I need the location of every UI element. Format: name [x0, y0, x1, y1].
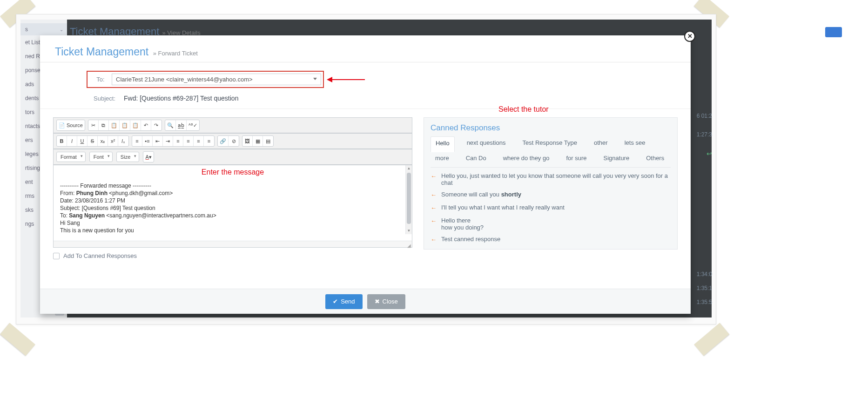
- bold-icon[interactable]: B: [57, 136, 67, 146]
- canned-tab[interactable]: where do they go: [498, 152, 554, 164]
- canned-response-item[interactable]: ←I'll tell you what I want what I really…: [431, 204, 671, 212]
- to-select[interactable]: ClarieTest 21June <claire_winters44@yaho…: [112, 74, 321, 85]
- send-button[interactable]: ✔ Send: [325, 294, 362, 309]
- close-icon[interactable]: ✕: [684, 31, 695, 42]
- arrow-left-icon: ←: [431, 217, 437, 225]
- link-icon[interactable]: 🔗: [218, 136, 229, 146]
- size-select[interactable]: Size: [116, 152, 139, 162]
- bullet-list-icon[interactable]: •≡: [142, 136, 153, 146]
- timestamp: 1:34:0: [697, 271, 712, 277]
- canned-responses-list: ←Hello you, just wanted to let you know …: [431, 172, 671, 244]
- check-icon: ✔: [333, 298, 338, 305]
- tape-br: [694, 323, 729, 356]
- sidebar-head[interactable]: s ⌄: [20, 23, 67, 35]
- source-label: Source: [67, 122, 83, 128]
- cut-icon[interactable]: ✂: [88, 120, 99, 130]
- canned-tab[interactable]: more: [431, 152, 454, 164]
- scroll-down-icon[interactable]: ▼: [407, 229, 411, 234]
- reply-icon[interactable]: ↩: [707, 150, 712, 157]
- replace-icon[interactable]: a̲b̲: [176, 120, 187, 130]
- editor-body[interactable]: Enter the message ---------- Forwarded m…: [54, 165, 412, 241]
- editor-toolbar-row3: Format Font Size A ▾: [54, 149, 412, 165]
- canned-tab[interactable]: other: [589, 136, 612, 149]
- align-center-icon[interactable]: ≡: [183, 136, 194, 146]
- copy-icon[interactable]: ⧉: [99, 120, 109, 130]
- canned-response-item[interactable]: ←Hello you, just wanted to let you know …: [431, 172, 671, 186]
- rich-text-editor: 📄 Source ✂ ⧉ 📋 📋 📋 ↶ ↷ 🔍: [53, 117, 412, 248]
- canned-response-item[interactable]: ←Someone will call you shortly: [431, 191, 671, 199]
- indent-icon[interactable]: ⇥: [163, 136, 173, 146]
- superscript-icon[interactable]: x²: [108, 136, 118, 146]
- italic-icon[interactable]: I: [67, 136, 77, 146]
- scroll-up-icon[interactable]: ▲: [407, 166, 411, 172]
- redo-icon[interactable]: ↷: [151, 120, 161, 130]
- to-selected-value: ClarieTest 21June <claire_winters44@yaho…: [116, 76, 253, 83]
- text-color-icon[interactable]: A ▾: [143, 152, 154, 162]
- timestamp: 6 01:2: [697, 113, 712, 119]
- page-action-button[interactable]: [825, 27, 842, 37]
- editor-content: ---------- Forwarded message ----------F…: [60, 182, 405, 234]
- canned-tab[interactable]: next questions: [462, 136, 511, 149]
- to-field-highlight: To: ClarieTest 21June <claire_winters44@…: [87, 71, 324, 88]
- resize-handle[interactable]: [54, 241, 412, 247]
- format-select[interactable]: Format: [56, 152, 86, 162]
- paste-text-icon[interactable]: 📋: [120, 120, 130, 130]
- annotation-enter-message: Enter the message: [54, 168, 412, 176]
- add-to-canned-row: Add To Canned Responses: [53, 248, 412, 259]
- canned-tab[interactable]: Can Do: [461, 152, 491, 164]
- source-icon: 📄: [59, 122, 65, 128]
- editor-toolbar-row2: B I U S x₂ x² Iₓ ≡ •≡ ⇤ ⇥ ≡ ≡: [54, 133, 412, 149]
- canned-response-text: I'll tell you what I want what I really …: [441, 204, 565, 211]
- annotation-select-tutor: Select the tutor: [498, 105, 549, 114]
- send-label: Send: [341, 298, 355, 305]
- modal-footer: ✔ Send ✖ Close: [40, 289, 691, 314]
- canned-response-item[interactable]: ←Hello therehow you doing?: [431, 217, 671, 231]
- caret-down-icon: [313, 78, 317, 80]
- close-button[interactable]: ✖ Close: [367, 294, 405, 309]
- chevron-down-icon: ⌄: [60, 27, 63, 32]
- horizontal-rule-icon[interactable]: ▤: [263, 136, 273, 146]
- breadcrumb: » Forward Ticket: [153, 50, 198, 57]
- canned-responses-tabs: Hellonext questionsTest Response Typeoth…: [431, 136, 671, 168]
- canned-responses-panel: Canned Responses Hellonext questionsTest…: [424, 117, 678, 250]
- close-label: Close: [383, 298, 398, 305]
- modal-header: Ticket Management » Forward Ticket: [40, 35, 691, 62]
- timestamp: 1:35:5: [697, 299, 712, 305]
- remove-format-icon[interactable]: Iₓ: [118, 136, 128, 146]
- underline-icon[interactable]: U: [77, 136, 87, 146]
- paste-icon[interactable]: 📋: [109, 120, 120, 130]
- canned-tab[interactable]: Test Response Type: [518, 136, 582, 149]
- canned-tab[interactable]: Hello: [431, 136, 455, 152]
- arrow-left-icon: ←: [431, 204, 437, 212]
- canned-response-item[interactable]: ←Test canned response: [431, 236, 671, 244]
- canned-tab[interactable]: for sure: [561, 152, 591, 164]
- find-icon[interactable]: 🔍: [165, 120, 176, 130]
- canned-tab[interactable]: Others: [641, 152, 669, 164]
- add-to-canned-checkbox[interactable]: [53, 253, 60, 259]
- canned-response-text: Hello you, just wanted to let you know t…: [441, 172, 671, 186]
- arrow-annotation-icon: [332, 79, 365, 80]
- strike-icon[interactable]: S: [87, 136, 98, 146]
- align-justify-icon[interactable]: ≡: [204, 136, 214, 146]
- align-left-icon[interactable]: ≡: [173, 136, 183, 146]
- canned-tab[interactable]: lets see: [620, 136, 650, 149]
- align-right-icon[interactable]: ≡: [194, 136, 204, 146]
- subject-row: Subject: Fwd: [Questions #69-287] Test q…: [40, 88, 691, 109]
- table-icon[interactable]: ▦: [253, 136, 263, 146]
- numbered-list-icon[interactable]: ≡: [132, 136, 142, 146]
- scroll-thumb[interactable]: [407, 173, 411, 224]
- canned-tab[interactable]: Signature: [599, 152, 634, 164]
- unlink-icon[interactable]: ⊘: [229, 136, 239, 146]
- source-button[interactable]: 📄 Source: [57, 120, 85, 130]
- outdent-icon[interactable]: ⇤: [153, 136, 163, 146]
- paste-word-icon[interactable]: 📋: [130, 120, 141, 130]
- scrollbar[interactable]: ▲ ▼: [405, 165, 412, 234]
- font-select[interactable]: Font: [89, 152, 113, 162]
- image-icon[interactable]: 🖼: [242, 136, 253, 146]
- subscript-icon[interactable]: x₂: [98, 136, 108, 146]
- to-label: To:: [89, 76, 112, 83]
- canned-response-text: Hello therehow you doing?: [441, 217, 484, 231]
- undo-icon[interactable]: ↶: [141, 120, 151, 130]
- spellcheck-icon[interactable]: ᴬᴮ✓: [187, 120, 199, 130]
- arrow-left-icon: ←: [431, 191, 437, 199]
